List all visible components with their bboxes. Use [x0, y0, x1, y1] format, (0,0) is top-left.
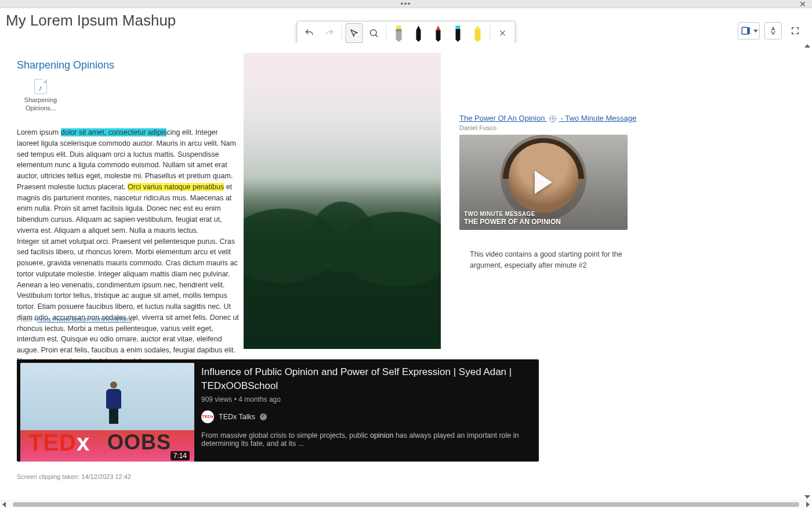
right-toolbar [738, 22, 804, 39]
system-menu-bar: ••• ✕ [0, 0, 812, 8]
draw-toolbar [297, 21, 516, 43]
svg-rect-3 [456, 26, 461, 29]
svg-rect-2 [396, 29, 402, 31]
page-title[interactable]: My Lorem Ipsum Mashup [6, 12, 238, 30]
close-toolbar-button[interactable] [494, 23, 512, 43]
toolbar-separator [490, 25, 491, 41]
select-tool-button[interactable] [346, 23, 363, 43]
svg-rect-4 [742, 27, 748, 34]
fullscreen-button[interactable] [786, 22, 804, 39]
pen-black[interactable] [410, 23, 427, 43]
pen-highlighter-yellow-chisel[interactable] [469, 23, 487, 43]
pen-red[interactable] [430, 23, 447, 43]
toolbar-separator [386, 25, 387, 41]
feed-pane-button[interactable] [738, 22, 760, 39]
close-icon[interactable]: ✕ [799, 0, 806, 9]
svg-rect-1 [397, 26, 401, 29]
pen-highlighter-yellow[interactable] [390, 23, 408, 43]
toolbar-separator [342, 25, 342, 41]
page-header: My Lorem Ipsum Mashup [0, 8, 812, 43]
lasso-tool-button[interactable] [365, 23, 383, 43]
math-assistant-button[interactable] [764, 22, 782, 39]
svg-rect-5 [748, 27, 750, 34]
undo-button[interactable] [301, 23, 318, 43]
chevron-down-icon [753, 30, 758, 33]
svg-point-0 [371, 30, 377, 36]
pen-highlighter-cyan[interactable] [449, 23, 467, 43]
redo-button[interactable] [321, 23, 338, 43]
more-options-icon[interactable]: ••• [401, 0, 412, 8]
